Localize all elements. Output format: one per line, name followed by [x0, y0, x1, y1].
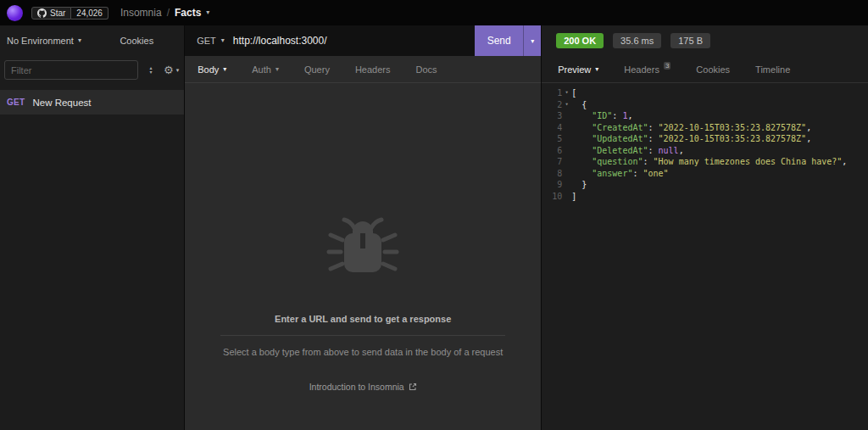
introduction-link[interactable]: Introduction to Insomnia [309, 382, 417, 392]
fold-gutter-spacer [562, 110, 571, 122]
url-bar: GET ▾ http://localhost:3000/ Send ▾ [185, 25, 541, 56]
code-line-content: { [571, 99, 587, 111]
line-number: 1 [542, 87, 562, 99]
send-dropdown-button[interactable]: ▾ [523, 25, 541, 56]
insomnia-app: Star 24,026 Insomnia / Facts ▾ No Enviro… [0, 0, 868, 430]
method-selector[interactable]: GET ▾ [185, 36, 233, 46]
tab-label: Query [304, 64, 330, 75]
request-tabs: Body ▾ Auth ▾ Query Headers Docs [185, 56, 541, 83]
environment-label: No Environment [7, 36, 74, 46]
code-line: 8 "answer": "one" [542, 168, 868, 180]
settings-menu-button[interactable]: ⚙▾ [164, 64, 179, 76]
external-link-icon [409, 383, 417, 391]
code-line: 2▾ { [542, 99, 868, 111]
github-star-button[interactable]: Star [31, 7, 71, 20]
github-star-widget[interactable]: Star 24,026 [31, 7, 108, 20]
line-number: 4 [542, 122, 562, 134]
chevron-down-icon: ▾ [176, 67, 180, 73]
request-name: New Request [32, 98, 91, 108]
cookies-link[interactable]: Cookies [120, 36, 153, 46]
code-line: 3 "ID": 1, [542, 110, 868, 122]
tab-response-cookies[interactable]: Cookies [683, 56, 743, 82]
divider [220, 335, 505, 336]
tab-response-headers[interactable]: Headers 3 [611, 56, 683, 82]
response-panel: 200 OK 35.6 ms 175 B Preview ▾ Headers 3… [542, 25, 868, 430]
tab-label: Headers [355, 64, 391, 75]
tab-label: Auth [252, 64, 271, 75]
tab-preview[interactable]: Preview ▾ [545, 56, 611, 82]
sidebar-request-item[interactable]: GET New Request [0, 90, 184, 114]
fold-caret-icon[interactable]: ▾ [562, 87, 571, 99]
code-line-content: [ [571, 87, 576, 99]
chevron-down-icon: ▾ [275, 66, 279, 73]
chevron-down-icon: ▾ [221, 37, 225, 44]
status-badge: 200 OK [556, 33, 604, 48]
breadcrumb-app[interactable]: Insomnia [120, 7, 162, 19]
breadcrumb: Insomnia / Facts ▾ [120, 7, 209, 19]
fold-gutter-spacer [562, 122, 571, 134]
sidebar-filter-row: ▴▾ ⚙▾ [0, 56, 184, 84]
code-line-content: "CreatedAt": "2022-10-15T03:35:23.827578… [571, 122, 811, 134]
fold-gutter-spacer [562, 168, 571, 180]
topbar: Star 24,026 Insomnia / Facts ▾ [0, 0, 868, 25]
response-body: 1▾[2▾ {3 "ID": 1,4 "CreatedAt": "2022-10… [542, 83, 868, 430]
code-line-content: "DeletedAt": null, [571, 145, 684, 157]
send-button[interactable]: Send [475, 25, 523, 56]
github-star-label: Star [50, 8, 65, 18]
chevron-down-icon: ▾ [223, 66, 226, 73]
chevron-down-icon: ▾ [595, 66, 598, 73]
url-input[interactable]: http://localhost:3000/ [233, 35, 475, 47]
tab-body[interactable]: Body ▾ [185, 56, 239, 82]
line-number: 6 [542, 145, 562, 157]
code-line-content: "answer": "one" [571, 168, 668, 180]
line-number: 2 [542, 99, 562, 111]
fold-gutter-spacer [562, 156, 571, 168]
breadcrumb-workspace[interactable]: Facts [175, 7, 201, 19]
line-number: 9 [542, 179, 562, 191]
fold-gutter-spacer [562, 145, 571, 157]
tab-headers[interactable]: Headers [342, 56, 403, 82]
size-badge: 175 B [670, 33, 710, 48]
tab-label: Cookies [696, 64, 730, 75]
tab-docs[interactable]: Docs [403, 56, 449, 82]
chevron-down-icon[interactable]: ▾ [206, 9, 209, 16]
code-line-content: ] [571, 191, 576, 203]
tab-auth[interactable]: Auth ▾ [239, 56, 292, 82]
chevron-down-icon: ▾ [78, 37, 81, 44]
response-tabs: Preview ▾ Headers 3 Cookies Timeline [542, 56, 868, 83]
fold-gutter-spacer [562, 179, 571, 191]
tab-query[interactable]: Query [292, 56, 342, 82]
tab-label: Body [198, 64, 219, 75]
headers-count-badge: 3 [664, 62, 670, 70]
request-method-tag: GET [7, 98, 25, 107]
empty-state-subtitle: Select a body type from above to send da… [223, 347, 503, 357]
send-button-group: Send ▾ [475, 25, 541, 56]
fold-caret-icon[interactable]: ▾ [562, 99, 571, 111]
code-line: 10] [542, 191, 868, 203]
insomnia-logo-icon [7, 5, 23, 21]
environment-selector[interactable]: No Environment ▾ [7, 36, 81, 46]
tab-label: Headers [624, 64, 659, 75]
line-number: 8 [542, 168, 562, 180]
time-badge: 35.6 ms [613, 33, 661, 48]
fold-gutter-spacer [562, 133, 571, 145]
code-line-content: "UpdatedAt": "2022-10-15T03:35:23.827578… [571, 133, 811, 145]
code-line: 5 "UpdatedAt": "2022-10-15T03:35:23.8275… [542, 133, 868, 145]
code-line: 1▾[ [542, 87, 868, 99]
bug-icon [324, 215, 402, 282]
code-line: 9 } [542, 179, 868, 191]
tab-label: Preview [558, 64, 591, 75]
tab-label: Timeline [755, 64, 790, 75]
filter-input[interactable] [4, 60, 138, 80]
tab-timeline[interactable]: Timeline [743, 56, 803, 82]
code-line-content: "question": "How many timezones does Chi… [571, 156, 847, 168]
main-area: No Environment ▾ Cookies ▴▾ ⚙▾ GET New R… [0, 25, 868, 430]
github-icon [37, 8, 47, 18]
sort-button[interactable]: ▴▾ [144, 66, 158, 75]
fold-gutter-spacer [562, 191, 571, 203]
request-panel: GET ▾ http://localhost:3000/ Send ▾ Body… [185, 25, 542, 430]
github-star-count[interactable]: 24,026 [71, 7, 108, 20]
code-line: 6 "DeletedAt": null, [542, 145, 868, 157]
code-line-content: "ID": 1, [571, 110, 632, 122]
response-meta-row: 200 OK 35.6 ms 175 B [542, 25, 868, 56]
